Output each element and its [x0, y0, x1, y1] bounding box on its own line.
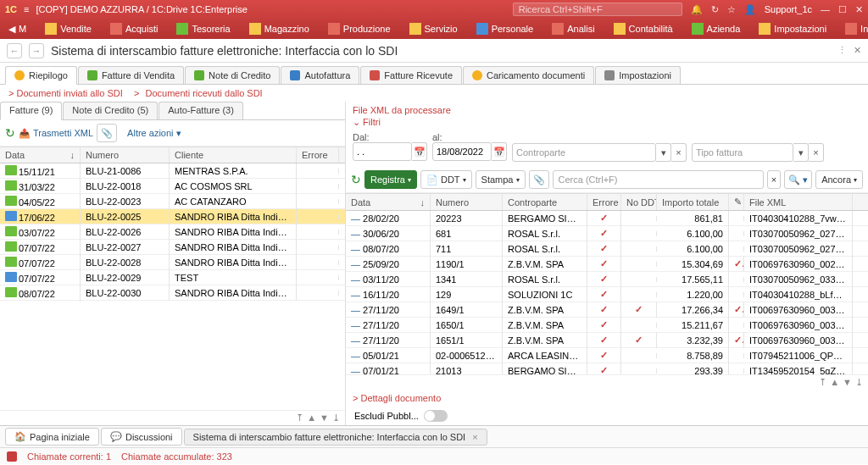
scroll-down-icon[interactable]: ▼ [320, 412, 329, 423]
more-icon[interactable]: ⋮ [837, 45, 847, 56]
al-input[interactable]: 18/08/2022 [432, 142, 492, 161]
menu-contabilita[interactable]: Contabilità [609, 23, 678, 35]
left-grid[interactable]: Data ↓ Numero Cliente Errore 15/11/21BLU… [0, 147, 345, 410]
rcol-noddt[interactable]: No DDT [621, 194, 657, 210]
escludi-toggle[interactable] [424, 410, 448, 422]
tab-fatture-ricevute[interactable]: Fatture Ricevute [360, 66, 462, 84]
dal-input[interactable]: . . [353, 142, 412, 161]
close-tab-icon[interactable]: × [472, 432, 477, 442]
nav-forward-button[interactable]: → [29, 43, 44, 58]
tipofattura-clear[interactable]: × [809, 143, 824, 162]
table-row[interactable]: 17/06/22BLU-22-0025SANDRO RIBA Ditta Ind… [0, 209, 345, 224]
ancora-button[interactable]: Ancora ▾ [815, 170, 863, 189]
col-numero[interactable]: Numero [81, 147, 170, 163]
refresh-button[interactable]: ↻ [5, 126, 15, 140]
table-row[interactable]: — 16/11/20129SOLUZIONI 1C✓1.220,00IT0403… [346, 287, 868, 302]
table-row[interactable]: — 30/06/20681ROSAL S.r.l.✓6.100,00IT0307… [346, 226, 868, 241]
registra-button[interactable]: Registra ▾ [364, 170, 417, 189]
rcol-controparte[interactable]: Controparte [503, 194, 587, 210]
breadcrumb-item-received[interactable]: Documenti ricevuti dallo SDI [146, 88, 263, 98]
scroll-down-icon-r[interactable]: ▼ [843, 377, 852, 388]
scroll-bottom-icon[interactable]: ⤓ [332, 412, 340, 423]
table-row[interactable]: 08/07/22BLU-22-0030SANDRO RIBA Ditta Ind… [0, 285, 345, 301]
table-row[interactable]: — 27/11/201649/1Z.B.V.M. SPA✓✓17.266,34✓… [346, 302, 868, 318]
stampa-button[interactable]: Stampa ▾ [476, 170, 526, 189]
menu-personale[interactable]: Personale [471, 23, 539, 35]
menu-azienda[interactable]: Azienda [687, 23, 746, 35]
table-row[interactable]: — 07/01/2121013BERGAMO SIST...✓293,39IT1… [346, 363, 868, 374]
table-row[interactable]: 04/05/22BLU-22-0023AC CATANZARO [0, 194, 345, 209]
menu-back[interactable]: ◀ M [3, 24, 31, 35]
star-icon[interactable]: ☆ [727, 4, 736, 15]
table-row[interactable]: 15/11/21BLU-21-0086MENTRAS S.P.A. [0, 163, 345, 179]
table-row[interactable]: 07/07/22BLU-22-0027SANDRO RIBA Ditta Ind… [0, 240, 345, 255]
menu-vendite[interactable]: Vendite [40, 23, 97, 35]
ddt-button[interactable]: 📄 DDT ▾ [420, 170, 472, 189]
controparte-dropdown[interactable]: ▾ [656, 143, 671, 162]
table-row[interactable]: — 03/11/201341ROSAL S.r.l.✓17.565,11IT03… [346, 272, 868, 287]
bell-icon[interactable]: 🔔 [691, 4, 703, 15]
btab-home[interactable]: 🏠 Pagina iniziale [5, 428, 99, 446]
col-data[interactable]: Data ↓ [0, 147, 81, 163]
minimize-icon[interactable]: — [821, 4, 830, 14]
table-row[interactable]: 07/07/22BLU-22-0029TEST [0, 270, 345, 285]
table-row[interactable]: 31/03/22BLU-22-0018AC COSMOS SRL [0, 179, 345, 194]
global-search-input[interactable]: Ricerca Ctrl+Shift+F [513, 3, 682, 16]
scroll-up-icon-r[interactable]: ▲ [830, 377, 839, 388]
menu-tesoreria[interactable]: Tesoreria [171, 23, 235, 35]
hamburger-icon[interactable]: ≡ [24, 4, 29, 14]
filtri-toggle[interactable]: ⌄ Filtri [346, 115, 868, 130]
menu-servizio[interactable]: Servizio [404, 23, 463, 35]
rcol-check[interactable]: ✎ [729, 194, 744, 210]
btab-active[interactable]: Sistema di interscambio fatture elettron… [184, 429, 487, 446]
scroll-top-icon-r[interactable]: ⤒ [819, 377, 826, 388]
dettagli-documento-link[interactable]: > Dettagli documento [346, 390, 868, 407]
altre-azioni-button[interactable]: Altre azioni ▾ [127, 128, 181, 139]
scroll-bottom-icon-r[interactable]: ⤓ [855, 377, 863, 388]
rcol-numero[interactable]: Numero [431, 194, 503, 210]
rcol-data[interactable]: Data ↓ [346, 194, 431, 210]
scroll-up-icon[interactable]: ▲ [307, 412, 316, 423]
refresh-right-button[interactable]: ↻ [351, 173, 361, 186]
table-row[interactable]: — 27/11/201650/1Z.B.V.M. SPA✓15.211,67IT… [346, 318, 868, 333]
dal-calendar-icon[interactable]: 📅 [412, 142, 427, 161]
export-button[interactable]: 📎 [97, 124, 117, 142]
close-window-icon[interactable]: ✕ [855, 4, 863, 15]
subtab-fatture[interactable]: Fatture (9) [0, 102, 62, 120]
tab-caricamento[interactable]: Caricamento documenti [463, 66, 594, 84]
col-errore[interactable]: Errore [297, 147, 339, 163]
table-row[interactable]: — 28/02/2020223BERGAMO SIST...✓861,81IT0… [346, 211, 868, 226]
subtab-note[interactable]: Note di Credito (5) [63, 102, 158, 119]
scroll-top-icon[interactable]: ⤒ [296, 412, 303, 423]
menu-analisi[interactable]: Analisi [547, 23, 599, 35]
rcol-errore[interactable]: Errore [587, 194, 621, 210]
rcol-filexml[interactable]: File XML [744, 194, 853, 210]
controparte-clear[interactable]: × [671, 143, 687, 162]
search-go-button[interactable]: 🔍 ▾ [784, 170, 812, 189]
al-calendar-icon[interactable]: 📅 [492, 142, 507, 161]
menu-produzione[interactable]: Produzione [323, 23, 396, 35]
attach-button[interactable]: 📎 [529, 170, 549, 189]
rcol-importo[interactable]: Importo totale [657, 194, 729, 210]
nav-back-button[interactable]: ← [7, 43, 22, 58]
tipofattura-dropdown[interactable]: ▾ [793, 143, 809, 162]
table-row[interactable]: — 08/07/20711ROSAL S.r.l.✓6.100,00IT0307… [346, 241, 868, 257]
col-cliente[interactable]: Cliente [170, 147, 297, 163]
user-label[interactable]: Support_1c [765, 4, 812, 14]
right-grid[interactable]: Data ↓ Numero Controparte Errore No DDT … [346, 193, 868, 374]
breadcrumb-item-sent[interactable]: Documenti inviati allo SDI [16, 88, 122, 98]
menu-magazzino[interactable]: Magazzino [244, 23, 314, 35]
table-row[interactable]: — 05/01/2102-0006512-2021ARCA LEASING ..… [346, 348, 868, 363]
history-icon[interactable]: ↻ [711, 4, 719, 15]
controparte-input[interactable]: Controparte [512, 143, 656, 162]
btab-discussioni[interactable]: 💬 Discussioni [101, 428, 182, 446]
tab-impostazioni[interactable]: Impostazioni [595, 66, 681, 84]
tab-riepilogo[interactable]: Riepilogo [5, 66, 77, 85]
search-clear[interactable]: × [767, 170, 781, 189]
tipofattura-input[interactable]: Tipo fattura [692, 143, 793, 162]
menu-interscambio[interactable]: Interscambio [840, 23, 868, 35]
user-icon[interactable]: 👤 [744, 4, 756, 15]
tab-note-credito[interactable]: Note di Credito [185, 66, 280, 84]
tab-fatture-vendita[interactable]: Fatture di Vendita [78, 66, 184, 84]
menu-acquisti[interactable]: Acquisti [105, 23, 164, 35]
